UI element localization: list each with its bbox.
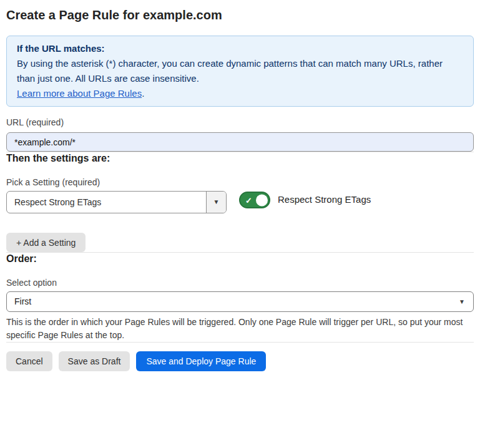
url-input[interactable]: [6, 132, 474, 152]
save-deploy-button[interactable]: Save and Deploy Page Rule: [136, 351, 266, 371]
etags-toggle[interactable]: ✓: [239, 192, 270, 208]
order-select-value: First: [7, 292, 473, 311]
toggle-label: Respect Strong ETags: [278, 191, 371, 208]
setting-dropdown-value: Respect Strong ETags: [7, 192, 206, 213]
create-page-rule-form: Create a Page Rule for example.com If th…: [0, 7, 480, 371]
footer-actions: Cancel Save as Draft Save and Deploy Pag…: [6, 351, 474, 371]
settings-heading: Then the settings are:: [6, 152, 474, 164]
chevron-down-icon: ▼: [213, 199, 220, 205]
info-box-body: By using the asterisk (*) character, you…: [17, 56, 463, 86]
link-period: .: [142, 88, 144, 99]
url-matches-info-box: If the URL matches: By using the asteris…: [6, 36, 474, 107]
info-box-heading: If the URL matches:: [17, 41, 463, 56]
url-label: URL (required): [6, 117, 474, 128]
learn-more-link[interactable]: Learn more about Page Rules: [17, 88, 142, 99]
toggle-knob: [256, 194, 268, 206]
pick-setting-label: Pick a Setting (required): [6, 177, 474, 188]
order-heading: Order:: [6, 253, 474, 265]
section-divider: [6, 342, 474, 343]
save-draft-button[interactable]: Save as Draft: [59, 351, 130, 371]
setting-row: Respect Strong ETags ▼ ✓ Respect Strong …: [6, 191, 474, 213]
select-option-label: Select option: [6, 278, 474, 288]
check-icon: ✓: [245, 196, 252, 204]
page-title: Create a Page Rule for example.com: [6, 7, 474, 23]
cancel-button[interactable]: Cancel: [6, 351, 52, 371]
order-help-text: This is the order in which your Page Rul…: [6, 316, 474, 342]
setting-dropdown[interactable]: Respect Strong ETags ▼: [6, 191, 227, 213]
add-setting-button[interactable]: + Add a Setting: [6, 233, 86, 252]
info-link-line: Learn more about Page Rules.: [17, 86, 463, 101]
chevron-down-icon: ▼: [459, 299, 465, 305]
order-select[interactable]: First ▼: [6, 291, 474, 312]
dropdown-arrow-button[interactable]: ▼: [206, 192, 226, 213]
